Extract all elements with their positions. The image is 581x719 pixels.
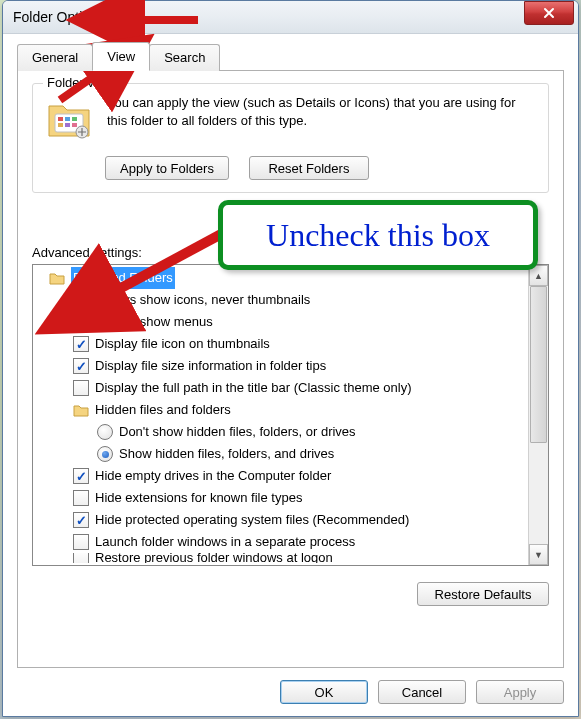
checkbox[interactable]: [73, 468, 89, 484]
tab-view[interactable]: View: [92, 42, 150, 71]
tree-item-label: Display the full path in the title bar (…: [95, 377, 411, 399]
svg-rect-6: [72, 123, 77, 127]
scroll-track[interactable]: [529, 286, 548, 544]
tree-item[interactable]: Display file icon on thumbnails: [37, 333, 528, 355]
tree-item[interactable]: Hidden files and folders: [37, 399, 528, 421]
radio[interactable]: [97, 446, 113, 462]
tree-item[interactable]: Don't show hidden files, folders, or dri…: [37, 421, 528, 443]
tree-item-label: Always show icons, never thumbnails: [95, 289, 310, 311]
checkbox[interactable]: [73, 336, 89, 352]
checkbox[interactable]: [73, 534, 89, 550]
svg-rect-3: [72, 117, 77, 121]
checkbox[interactable]: [73, 490, 89, 506]
tree-item-label: Hidden files and folders: [95, 399, 231, 421]
restore-defaults-button[interactable]: Restore Defaults: [417, 582, 549, 606]
folder-views-group-title: Folder views: [43, 75, 124, 90]
checkbox[interactable]: [73, 553, 89, 563]
tree-root[interactable]: Files and Folders: [37, 267, 528, 289]
checkbox[interactable]: [73, 358, 89, 374]
checkbox[interactable]: [73, 292, 89, 308]
apply-to-folders-button[interactable]: Apply to Folders: [105, 156, 229, 180]
cancel-button[interactable]: Cancel: [378, 680, 466, 704]
folder-options-dialog: Folder Options General View Search Folde…: [2, 0, 579, 717]
checkbox[interactable]: [73, 314, 89, 330]
tree-item[interactable]: Restore previous folder windows at logon: [37, 553, 528, 563]
window-title: Folder Options: [13, 9, 105, 25]
tab-search[interactable]: Search: [149, 44, 220, 71]
tab-general[interactable]: General: [17, 44, 93, 71]
tree-item[interactable]: Always show menus: [37, 311, 528, 333]
folder-icon: [49, 271, 65, 285]
ok-button[interactable]: OK: [280, 680, 368, 704]
radio[interactable]: [97, 424, 113, 440]
scroll-down-button[interactable]: ▼: [529, 544, 548, 565]
tree-item[interactable]: Hide extensions for known file types: [37, 487, 528, 509]
annotation-callout-text: Uncheck this box: [266, 217, 490, 254]
scroll-thumb[interactable]: [530, 286, 547, 443]
dialog-button-row: OK Cancel Apply: [17, 668, 564, 704]
tree-item-label: Show hidden files, folders, and drives: [119, 443, 334, 465]
tree-body[interactable]: Files and FoldersAlways show icons, neve…: [33, 265, 528, 565]
titlebar[interactable]: Folder Options: [3, 1, 578, 34]
svg-rect-2: [65, 117, 70, 121]
apply-button[interactable]: Apply: [476, 680, 564, 704]
tree-item[interactable]: Display file size information in folder …: [37, 355, 528, 377]
tree-item-label: Display file size information in folder …: [95, 355, 326, 377]
close-button[interactable]: [524, 1, 574, 25]
tree-item-label: Launch folder windows in a separate proc…: [95, 531, 355, 553]
svg-rect-1: [58, 117, 63, 121]
folder-icon: [73, 403, 89, 417]
tree-item-label: Hide empty drives in the Computer folder: [95, 465, 331, 487]
annotation-callout: Uncheck this box: [218, 200, 538, 270]
tree-item-label: Display file icon on thumbnails: [95, 333, 270, 355]
folder-views-group: Folder views You can apply the view (suc…: [32, 83, 549, 193]
tree-item[interactable]: Always show icons, never thumbnails: [37, 289, 528, 311]
tree-item[interactable]: Launch folder windows in a separate proc…: [37, 531, 528, 553]
folder-views-description: You can apply the view (such as Details …: [107, 94, 536, 142]
scrollbar[interactable]: ▲ ▼: [528, 265, 548, 565]
checkbox[interactable]: [73, 380, 89, 396]
tab-panel-view: Folder views You can apply the view (suc…: [17, 70, 564, 668]
dialog-content: General View Search Folder views: [3, 34, 578, 716]
tree-item-label: Hide extensions for known file types: [95, 487, 302, 509]
tree-root-label: Files and Folders: [71, 267, 175, 289]
svg-rect-4: [58, 123, 63, 127]
tree-item-label: Hide protected operating system files (R…: [95, 509, 409, 531]
tree-item[interactable]: Hide protected operating system files (R…: [37, 509, 528, 531]
tree-item[interactable]: Show hidden files, folders, and drives: [37, 443, 528, 465]
reset-folders-button[interactable]: Reset Folders: [249, 156, 369, 180]
tab-strip: General View Search: [17, 44, 564, 71]
tree-item-label: Restore previous folder windows at logon: [95, 556, 333, 560]
close-icon: [543, 7, 555, 19]
folder-views-icon: [45, 94, 93, 142]
advanced-settings-tree: Files and FoldersAlways show icons, neve…: [32, 264, 549, 566]
tree-item[interactable]: Hide empty drives in the Computer folder: [37, 465, 528, 487]
tree-item-label: Don't show hidden files, folders, or dri…: [119, 421, 356, 443]
checkbox[interactable]: [73, 512, 89, 528]
tree-item-label: Always show menus: [95, 311, 213, 333]
svg-rect-5: [65, 123, 70, 127]
tree-item[interactable]: Display the full path in the title bar (…: [37, 377, 528, 399]
